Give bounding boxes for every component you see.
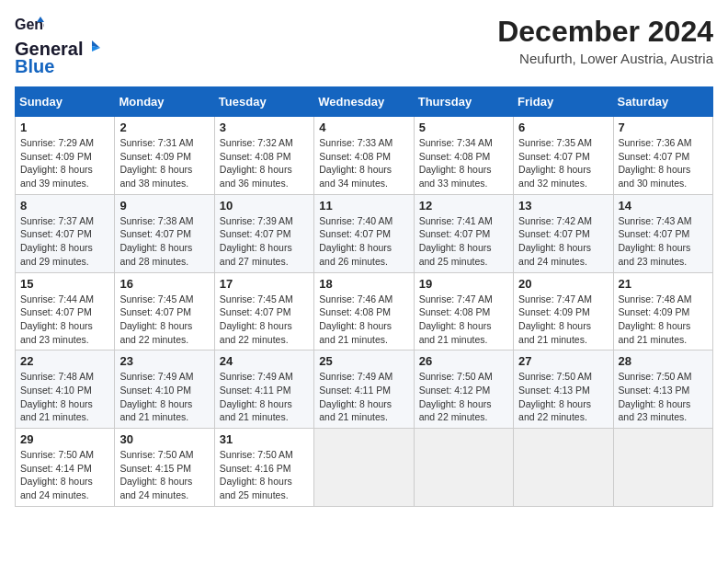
calendar-cell: 20 Sunrise: 7:47 AMSunset: 4:09 PMDaylig… <box>514 272 613 350</box>
col-sunday: Sunday <box>16 87 115 117</box>
calendar-cell: 8 Sunrise: 7:37 AMSunset: 4:07 PMDayligh… <box>16 194 115 272</box>
day-info: Sunrise: 7:44 AMSunset: 4:07 PMDaylight:… <box>20 293 109 347</box>
calendar-cell <box>414 429 513 507</box>
day-info: Sunrise: 7:41 AMSunset: 4:07 PMDaylight:… <box>419 214 508 269</box>
calendar-cell: 9 Sunrise: 7:38 AMSunset: 4:07 PMDayligh… <box>115 194 214 272</box>
col-monday: Monday <box>115 87 214 117</box>
calendar-cell: 1 Sunrise: 7:29 AMSunset: 4:09 PMDayligh… <box>16 117 115 195</box>
month-title: December 2024 <box>497 15 713 49</box>
calendar-week-row: 22 Sunrise: 7:48 AMSunset: 4:10 PMDaylig… <box>16 350 713 429</box>
calendar-cell: 22 Sunrise: 7:48 AMSunset: 4:10 PMDaylig… <box>16 350 115 429</box>
calendar-cell: 25 Sunrise: 7:49 AMSunset: 4:11 PMDaylig… <box>314 350 414 429</box>
day-info: Sunrise: 7:43 AMSunset: 4:07 PMDaylight:… <box>619 214 708 269</box>
calendar-cell: 2 Sunrise: 7:31 AMSunset: 4:09 PMDayligh… <box>115 117 214 195</box>
day-number: 19 <box>419 277 508 291</box>
day-info: Sunrise: 7:48 AMSunset: 4:10 PMDaylight:… <box>20 370 109 424</box>
calendar-cell: 12 Sunrise: 7:41 AMSunset: 4:07 PMDaylig… <box>414 194 513 272</box>
calendar-cell: 27 Sunrise: 7:50 AMSunset: 4:13 PMDaylig… <box>514 350 613 429</box>
col-thursday: Thursday <box>414 87 513 117</box>
day-number: 31 <box>220 432 309 446</box>
day-number: 7 <box>619 121 708 134</box>
calendar-cell: 15 Sunrise: 7:44 AMSunset: 4:07 PMDaylig… <box>16 272 115 350</box>
col-wednesday: Wednesday <box>314 87 414 117</box>
day-info: Sunrise: 7:29 AMSunset: 4:09 PMDaylight:… <box>20 136 109 190</box>
calendar-cell: 3 Sunrise: 7:32 AMSunset: 4:08 PMDayligh… <box>214 117 313 195</box>
calendar-cell: 11 Sunrise: 7:40 AMSunset: 4:07 PMDaylig… <box>314 194 414 272</box>
calendar-cell: 13 Sunrise: 7:42 AMSunset: 4:07 PMDaylig… <box>514 194 613 272</box>
day-number: 10 <box>220 199 309 213</box>
day-info: Sunrise: 7:38 AMSunset: 4:07 PMDaylight:… <box>119 214 209 269</box>
day-number: 22 <box>20 354 109 368</box>
calendar-cell: 5 Sunrise: 7:34 AMSunset: 4:08 PMDayligh… <box>414 117 513 195</box>
day-number: 13 <box>518 199 608 213</box>
calendar-cell: 28 Sunrise: 7:50 AMSunset: 4:13 PMDaylig… <box>613 350 712 429</box>
calendar-week-row: 1 Sunrise: 7:29 AMSunset: 4:09 PMDayligh… <box>16 117 713 195</box>
calendar-cell: 6 Sunrise: 7:35 AMSunset: 4:07 PMDayligh… <box>514 117 613 195</box>
day-info: Sunrise: 7:45 AMSunset: 4:07 PMDaylight:… <box>220 293 309 347</box>
day-number: 28 <box>619 354 708 368</box>
day-info: Sunrise: 7:48 AMSunset: 4:09 PMDaylight:… <box>619 293 708 347</box>
day-info: Sunrise: 7:34 AMSunset: 4:08 PMDaylight:… <box>419 136 508 190</box>
calendar-cell: 17 Sunrise: 7:45 AMSunset: 4:07 PMDaylig… <box>214 272 313 350</box>
logo-blue: Blue <box>15 56 54 77</box>
day-info: Sunrise: 7:40 AMSunset: 4:07 PMDaylight:… <box>319 214 408 269</box>
day-number: 18 <box>319 277 408 291</box>
calendar-cell <box>514 429 613 507</box>
calendar-week-row: 8 Sunrise: 7:37 AMSunset: 4:07 PMDayligh… <box>16 194 713 272</box>
day-info: Sunrise: 7:36 AMSunset: 4:07 PMDaylight:… <box>619 136 708 190</box>
day-number: 3 <box>220 121 309 134</box>
day-info: Sunrise: 7:47 AMSunset: 4:08 PMDaylight:… <box>419 293 508 347</box>
subtitle: Neufurth, Lower Austria, Austria <box>497 51 713 66</box>
calendar-cell: 10 Sunrise: 7:39 AMSunset: 4:07 PMDaylig… <box>214 194 313 272</box>
calendar-cell: 31 Sunrise: 7:50 AMSunset: 4:16 PMDaylig… <box>214 429 313 507</box>
calendar-cell: 16 Sunrise: 7:45 AMSunset: 4:07 PMDaylig… <box>115 272 214 350</box>
day-number: 15 <box>20 277 109 291</box>
title-section: December 2024 Neufurth, Lower Austria, A… <box>497 15 713 66</box>
day-info: Sunrise: 7:50 AMSunset: 4:14 PMDaylight:… <box>20 448 109 502</box>
page-header: General General Blue December 2024 Neufu… <box>15 15 713 77</box>
day-number: 27 <box>518 354 608 368</box>
day-number: 6 <box>518 121 608 134</box>
calendar-cell: 14 Sunrise: 7:43 AMSunset: 4:07 PMDaylig… <box>613 194 712 272</box>
day-info: Sunrise: 7:49 AMSunset: 4:11 PMDaylight:… <box>319 370 408 424</box>
day-info: Sunrise: 7:50 AMSunset: 4:12 PMDaylight:… <box>419 370 508 424</box>
day-info: Sunrise: 7:46 AMSunset: 4:08 PMDaylight:… <box>319 293 408 347</box>
calendar-cell <box>613 429 712 507</box>
day-number: 20 <box>518 277 608 291</box>
day-number: 24 <box>220 354 309 368</box>
day-number: 26 <box>419 354 508 368</box>
col-friday: Friday <box>514 87 613 117</box>
day-info: Sunrise: 7:45 AMSunset: 4:07 PMDaylight:… <box>119 293 209 347</box>
day-number: 4 <box>319 121 408 134</box>
day-number: 16 <box>119 277 209 291</box>
calendar-cell: 29 Sunrise: 7:50 AMSunset: 4:14 PMDaylig… <box>16 429 115 507</box>
day-number: 29 <box>20 432 109 446</box>
day-info: Sunrise: 7:50 AMSunset: 4:15 PMDaylight:… <box>119 448 209 502</box>
calendar-week-row: 15 Sunrise: 7:44 AMSunset: 4:07 PMDaylig… <box>16 272 713 350</box>
calendar-cell: 18 Sunrise: 7:46 AMSunset: 4:08 PMDaylig… <box>314 272 414 350</box>
calendar-cell <box>314 429 414 507</box>
day-number: 12 <box>419 199 508 213</box>
day-info: Sunrise: 7:42 AMSunset: 4:07 PMDaylight:… <box>518 214 608 269</box>
day-info: Sunrise: 7:31 AMSunset: 4:09 PMDaylight:… <box>119 136 209 190</box>
col-tuesday: Tuesday <box>214 87 313 117</box>
calendar-cell: 30 Sunrise: 7:50 AMSunset: 4:15 PMDaylig… <box>115 429 214 507</box>
day-number: 5 <box>419 121 508 134</box>
calendar-cell: 4 Sunrise: 7:33 AMSunset: 4:08 PMDayligh… <box>314 117 414 195</box>
day-info: Sunrise: 7:49 AMSunset: 4:10 PMDaylight:… <box>119 370 209 424</box>
calendar-cell: 24 Sunrise: 7:49 AMSunset: 4:11 PMDaylig… <box>214 350 313 429</box>
calendar-cell: 7 Sunrise: 7:36 AMSunset: 4:07 PMDayligh… <box>613 117 712 195</box>
calendar-header-row: Sunday Monday Tuesday Wednesday Thursday… <box>16 87 713 117</box>
day-number: 30 <box>119 432 209 446</box>
logo-icon: General <box>15 15 44 39</box>
calendar-cell: 21 Sunrise: 7:48 AMSunset: 4:09 PMDaylig… <box>613 272 712 350</box>
logo-bird-icon <box>84 39 100 55</box>
calendar-cell: 26 Sunrise: 7:50 AMSunset: 4:12 PMDaylig… <box>414 350 513 429</box>
day-info: Sunrise: 7:39 AMSunset: 4:07 PMDaylight:… <box>220 214 309 269</box>
day-number: 21 <box>619 277 708 291</box>
day-info: Sunrise: 7:37 AMSunset: 4:07 PMDaylight:… <box>20 214 109 269</box>
day-number: 9 <box>119 199 209 213</box>
calendar-week-row: 29 Sunrise: 7:50 AMSunset: 4:14 PMDaylig… <box>16 429 713 507</box>
calendar-cell: 19 Sunrise: 7:47 AMSunset: 4:08 PMDaylig… <box>414 272 513 350</box>
day-info: Sunrise: 7:32 AMSunset: 4:08 PMDaylight:… <box>220 136 309 190</box>
